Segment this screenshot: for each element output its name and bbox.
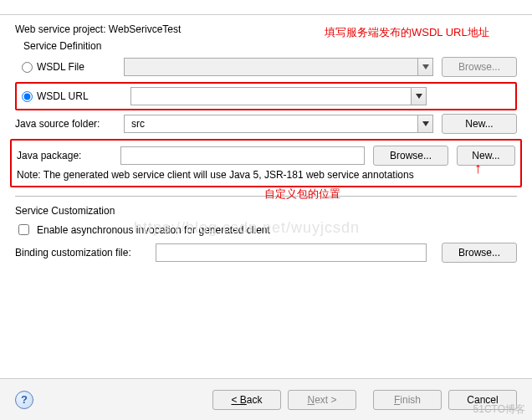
enable-async-checkbox-row[interactable]: Enable asynchronous invocation for gener… bbox=[15, 222, 517, 238]
wsdl-url-combo[interactable] bbox=[130, 87, 427, 105]
chevron-down-icon bbox=[417, 59, 432, 75]
wsdl-file-browse-button[interactable]: Browse... bbox=[442, 57, 517, 77]
binding-file-input[interactable] bbox=[156, 243, 427, 262]
back-button[interactable]: < Back bbox=[212, 390, 281, 410]
note-text: Note: The generated web service client w… bbox=[17, 169, 515, 181]
binding-file-label: Binding customization file: bbox=[15, 247, 149, 259]
java-package-browse-button[interactable]: Browse... bbox=[373, 146, 448, 166]
project-value: WebSerivceTest bbox=[109, 23, 181, 35]
top-divider bbox=[0, 0, 532, 15]
footer-bar: ? < Back Next > Finish Cancel bbox=[0, 378, 532, 420]
java-source-new-button[interactable]: New... bbox=[442, 114, 517, 134]
wsdl-url-text: WSDL URL bbox=[37, 90, 89, 102]
binding-file-browse-button[interactable]: Browse... bbox=[442, 243, 517, 263]
help-icon[interactable]: ? bbox=[15, 391, 33, 409]
wsdl-file-combo bbox=[124, 58, 433, 76]
next-button: Next > bbox=[288, 390, 356, 410]
annotation-arrow-icon: ↑ bbox=[474, 160, 482, 177]
cancel-button[interactable]: Cancel bbox=[448, 390, 517, 410]
finish-button: Finish bbox=[373, 390, 442, 410]
java-package-input[interactable] bbox=[120, 146, 365, 165]
java-package-new-button[interactable]: New... bbox=[457, 146, 515, 166]
service-definition-label: Service Definition bbox=[15, 40, 517, 52]
wsdl-url-radio-label[interactable]: WSDL URL bbox=[22, 90, 130, 102]
annotation-wsdl-url: 填写服务端发布的WSDL URL地址 bbox=[325, 25, 489, 40]
wsdl-file-radio-label[interactable]: WSDL File bbox=[15, 61, 124, 73]
java-source-label: Java source folder: bbox=[15, 118, 100, 130]
project-label: Web service project: bbox=[15, 23, 106, 35]
enable-async-checkbox[interactable] bbox=[18, 224, 29, 235]
chevron-down-icon[interactable] bbox=[411, 88, 426, 105]
java-package-label: Java package: bbox=[17, 150, 81, 161]
wsdl-url-radio[interactable] bbox=[22, 91, 33, 102]
enable-async-label: Enable asynchronous invocation for gener… bbox=[37, 224, 270, 236]
java-source-combo[interactable]: src bbox=[124, 115, 433, 133]
wsdl-file-text: WSDL File bbox=[37, 61, 84, 73]
annotation-package: 自定义包的位置 bbox=[264, 187, 340, 202]
java-source-value: src bbox=[128, 118, 417, 130]
chevron-down-icon[interactable] bbox=[417, 115, 432, 132]
service-customization-label: Service Customization bbox=[15, 205, 517, 217]
wsdl-file-radio[interactable] bbox=[22, 62, 33, 73]
